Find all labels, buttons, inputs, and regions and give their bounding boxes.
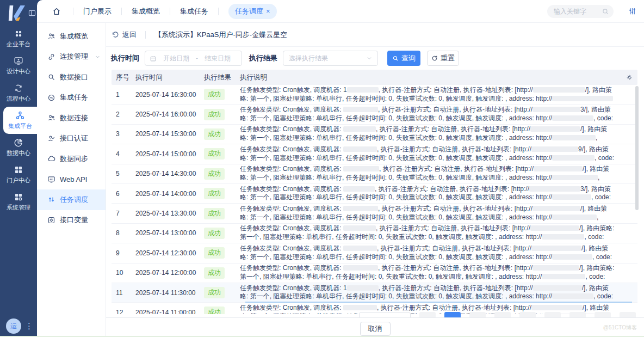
sidebar-item-label: 数据接口 (60, 72, 88, 82)
sidebar-item-data-interface[interactable]: 数据接口 (37, 67, 106, 88)
exec-description: 任务触发类型: Cron触发, 调度机器: , 执行器-注册方式: 自动注册, … (240, 145, 615, 163)
redacted-text (552, 194, 591, 200)
select-placeholder: 选择执行结果 (289, 54, 366, 63)
filter-sliders-icon[interactable] (628, 7, 636, 15)
network-people-icon (47, 32, 55, 40)
cell-result: 成功 (204, 148, 240, 160)
sidebar-item-interface-variable[interactable]: 接口变量 (37, 210, 106, 231)
status-badge-success: 成功 (204, 148, 225, 160)
cell-result: 成功 (204, 128, 240, 140)
cell-seq: 6 (112, 190, 135, 198)
redacted-text (343, 146, 377, 152)
topbar-tabs: 门户展示集成概览集成任务任务调度× (63, 4, 277, 19)
cell-time: 2025-07-14 14:00:00 (135, 190, 204, 198)
rail-item-system[interactable]: 系统管理 (0, 188, 37, 216)
cell-desc: 任务触发类型: Cron触发, 调度机器: 1, 执行器-注册方式: 自动注册,… (240, 284, 637, 302)
status-badge-success: 成功 (204, 267, 225, 279)
table-row[interactable]: 52025-07-14 14:30:00成功任务触发类型: Cron触发, 调度… (112, 164, 637, 184)
sidebar-item-label: Web API (60, 175, 87, 183)
close-tab-icon[interactable]: × (266, 9, 270, 14)
collapse-sidebar-icon[interactable] (28, 9, 36, 17)
cell-result: 成功 (204, 188, 240, 199)
sidebar-item-web-api[interactable]: APIWeb API (37, 169, 106, 190)
sidebar-item-connection-mgmt[interactable]: 连接管理 (37, 47, 106, 68)
status-badge-success: 成功 (204, 188, 225, 199)
exec-result-select[interactable]: 选择执行结果 (283, 51, 378, 66)
exec-description: 任务触发类型: Cron触发, 调度机器: , 执行器-注册方式: 自动注册, … (240, 205, 615, 222)
cell-result: 成功 (204, 109, 240, 120)
rail-item-process[interactable]: 流程中心 (0, 79, 37, 107)
rail-item-label: 企业平台 (7, 40, 30, 48)
table-row[interactable]: 12025-07-14 16:30:00成功任务触发类型: Cron触发, 调度… (112, 85, 637, 105)
table-row[interactable]: 42025-07-14 15:00:00成功任务触发类型: Cron触发, 调度… (112, 144, 637, 164)
search-button-icon (392, 55, 399, 62)
redacted-text (542, 234, 584, 240)
cancel-button[interactable]: 取消 (360, 322, 391, 336)
col-seq: 序号 (112, 73, 135, 82)
rail-item-design[interactable]: 设计中心 (0, 52, 37, 79)
search-icon[interactable] (602, 8, 609, 15)
table-row[interactable]: 32025-07-14 15:30:00成功任务触发类型: Cron触发, 调度… (112, 125, 637, 144)
logo-row (0, 0, 37, 25)
col-desc: 执行说明 (240, 73, 637, 82)
table-row[interactable]: 112025-07-14 11:30:00成功任务触发类型: Cron触发, 调… (112, 283, 637, 303)
sidebar-item-integration-task[interactable]: 集成任务 (37, 88, 106, 108)
topbar: 门户展示集成概览集成任务任务调度× (37, 0, 644, 23)
exec-description: 任务触发类型: Cron触发, 调度机器: , 执行器-注册方式: 自动注册, … (240, 244, 615, 262)
rail-item-data[interactable]: 数据中心 (0, 134, 37, 161)
redacted-text (531, 305, 583, 310)
table-row[interactable]: 22025-07-14 16:00:00成功任务触发类型: Cron触发, 调度… (112, 105, 637, 124)
redacted-text (343, 246, 377, 251)
search-input[interactable] (554, 8, 602, 15)
rail-item-portal[interactable]: 门户中心 (0, 161, 37, 188)
sidebar-item-label: 数据连接 (60, 113, 88, 123)
vertical-scrollbar[interactable] (635, 86, 639, 210)
date-range-picker[interactable]: 开始日期 - 结束日期 (145, 51, 242, 66)
avatar[interactable]: 运 (6, 318, 21, 334)
sidebar-item-label: 接口认证 (60, 133, 88, 143)
sidebar-item-api-auth[interactable]: 接口认证 (37, 128, 106, 149)
table-row[interactable]: 102025-07-14 12:00:00成功任务触发类型: Cron触发, 调… (112, 264, 637, 283)
exec-time-label: 执行时间 (111, 53, 139, 63)
cell-time: 2025-07-14 12:30:00 (135, 249, 204, 257)
home-icon[interactable] (52, 7, 61, 16)
table-row[interactable]: 92025-07-14 12:30:00成功任务触发类型: Cron触发, 调度… (112, 243, 637, 263)
sidebar-item-data-sync[interactable]: 数据同步 (37, 149, 106, 169)
primary-sidebar: 企业平台设计中心流程中心集成平台数据中心门户中心系统管理 运 ⋮ (0, 0, 37, 337)
rail-item-enterprise[interactable]: 企业平台 (0, 25, 37, 52)
pie-icon (14, 138, 23, 148)
table-settings-gear-icon[interactable] (626, 73, 633, 81)
topbar-tab[interactable]: 集成任务 (180, 7, 208, 16)
global-search (547, 5, 614, 18)
exec-description: 任务触发类型: Cron触发, 调度机器: , 执行器-注册方式: 自动注册, … (240, 165, 615, 182)
table-row[interactable]: 62025-07-14 14:00:00成功任务触发类型: Cron触发, 调度… (112, 184, 637, 204)
redacted-text (343, 186, 375, 192)
reset-button[interactable]: 重置 (427, 51, 459, 66)
sidebar-item-data-connection[interactable]: 数据连接 (37, 108, 106, 128)
cell-time: 2025-07-14 15:00:00 (135, 150, 204, 158)
search-button[interactable]: 查询 (387, 51, 420, 66)
exec-description: 任务触发类型: Cron触发, 调度机器: 1, 执行器-注册方式: 自动注册,… (240, 284, 615, 302)
topbar-tab[interactable]: 门户展示 (83, 7, 112, 16)
more-menu-icon[interactable]: ⋮ (25, 321, 33, 331)
exec-description: 任务触发类型: Cron触发, 调度机器: , 执行器-注册方式: 自动注册, … (240, 264, 615, 281)
redacted-text (552, 215, 597, 220)
watermark: @51CTO博客 (603, 324, 637, 332)
cell-seq: 12 (112, 309, 135, 314)
topbar-tab-active[interactable]: 任务调度× (228, 4, 277, 19)
sidebar-item-integration-overview[interactable]: 集成概览 (37, 26, 106, 47)
back-button[interactable]: 返回 (112, 30, 137, 40)
page-title: 【系统演示】KPaaS用户-同步-金蝶云星空 (154, 30, 287, 40)
topbar-tab[interactable]: 集成概览 (132, 7, 160, 16)
table-row[interactable]: 72025-07-14 13:30:00成功任务触发类型: Cron触发, 调度… (112, 204, 637, 223)
monitor-api-icon: API (47, 175, 55, 183)
link-icon (47, 53, 55, 61)
cell-seq: 7 (112, 210, 135, 217)
status-badge-success: 成功 (204, 168, 225, 180)
rail-item-integration[interactable]: 集成平台 (3, 107, 37, 134)
filter-row: 执行时间 开始日期 - 结束日期 执行结果 选择执行结果 (106, 47, 644, 70)
sidebar-item-task-schedule[interactable]: 任务调度 (37, 189, 106, 210)
cell-time: 2025-07-14 13:30:00 (135, 210, 204, 217)
title-row: 返回 【系统演示】KPaaS用户-同步-金蝶云星空 (106, 23, 644, 47)
table-row[interactable]: 82025-07-14 13:00:00成功任务触发类型: Cron触发, 调度… (112, 224, 637, 243)
